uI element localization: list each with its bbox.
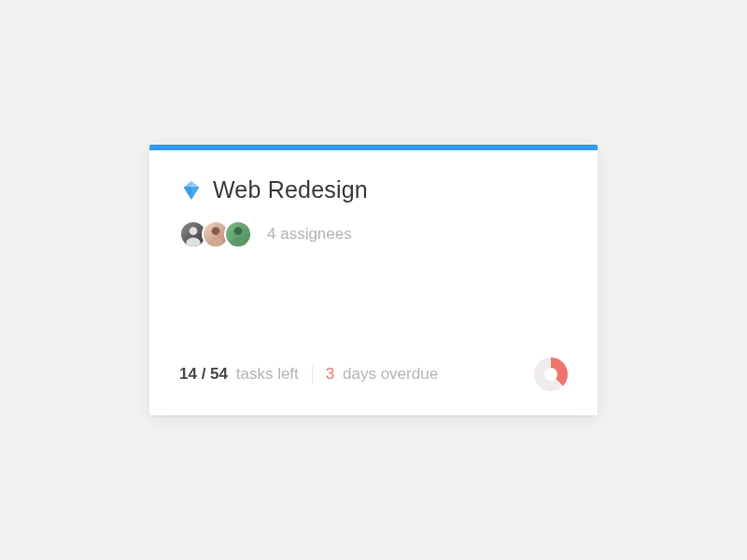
tasks-count: 14 / 54: [179, 365, 228, 383]
card-body: Web Redesign 4 assignees 14 / 54: [149, 150, 598, 415]
svg-point-10: [231, 237, 246, 246]
title-row: Web Redesign: [179, 176, 568, 203]
svg-point-7: [212, 227, 220, 235]
card-footer: 14 / 54 tasks left 3 days overdue: [179, 357, 568, 391]
progress-pie-icon: [534, 357, 568, 391]
avatar-stack: [179, 220, 252, 248]
project-card[interactable]: Web Redesign 4 assignees 14 / 54: [149, 145, 598, 415]
assignees-row[interactable]: 4 assignees: [179, 220, 568, 248]
svg-point-9: [234, 227, 243, 235]
svg-point-6: [186, 237, 201, 246]
svg-point-5: [190, 227, 198, 235]
tasks-segment: 14 / 54 tasks left: [179, 365, 299, 384]
vertical-divider: [312, 365, 313, 384]
tasks-label: tasks left: [236, 365, 299, 383]
overdue-count: 3: [326, 365, 334, 383]
svg-marker-1: [191, 181, 199, 188]
footer-text: 14 / 54 tasks left 3 days overdue: [179, 365, 438, 384]
avatar[interactable]: [224, 220, 252, 248]
project-title: Web Redesign: [213, 176, 368, 203]
svg-point-8: [208, 237, 223, 246]
svg-marker-3: [184, 187, 191, 199]
assignees-label: 4 assignees: [267, 225, 352, 244]
svg-marker-4: [191, 187, 199, 199]
diamond-icon: [179, 178, 204, 203]
overdue-label: days overdue: [343, 365, 438, 383]
overdue-segment: 3 days overdue: [326, 365, 438, 384]
svg-marker-2: [184, 181, 191, 188]
